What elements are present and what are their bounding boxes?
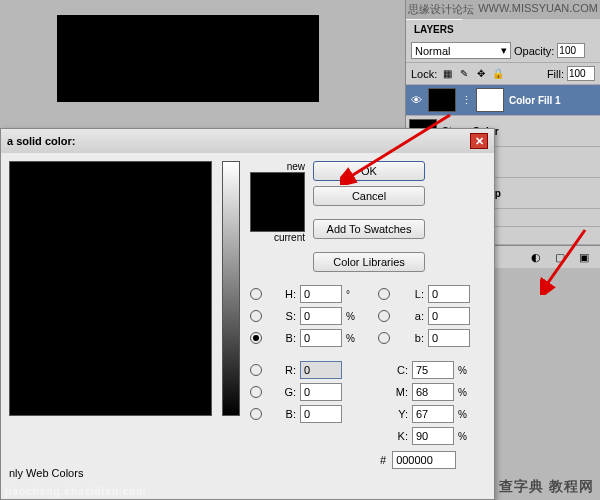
- opacity-label: Opacity:: [514, 45, 554, 57]
- color-swatch: [250, 172, 305, 232]
- lock-paint-icon[interactable]: ✎: [457, 67, 471, 81]
- r-radio[interactable]: [250, 364, 262, 376]
- y-label: Y:: [378, 408, 408, 420]
- b3-label: b:: [394, 332, 424, 344]
- color-libraries-button[interactable]: Color Libraries: [313, 252, 425, 272]
- panel-tabs: LAYERS: [406, 19, 600, 39]
- header-url: WWW.MISSYUAN.COM: [478, 2, 598, 17]
- k-label: K:: [378, 430, 408, 442]
- hex-label: #: [380, 454, 386, 466]
- dialog-title: a solid color:: [7, 135, 75, 147]
- color-picker-dialog: a solid color: ✕ new current OK Cancel: [0, 128, 495, 500]
- h-label: H:: [266, 288, 296, 300]
- l-radio[interactable]: [378, 288, 390, 300]
- s-radio[interactable]: [250, 310, 262, 322]
- lock-icons: ▦ ✎ ✥ 🔒: [440, 67, 505, 81]
- lock-move-icon[interactable]: ✥: [474, 67, 488, 81]
- header-brand: 思缘设计论坛: [408, 2, 474, 17]
- m-label: M:: [378, 386, 408, 398]
- layer-item[interactable]: 👁 ⋮ Color Fill 1: [406, 85, 600, 116]
- b2-radio[interactable]: [250, 408, 262, 420]
- c-label: C:: [378, 364, 408, 376]
- opacity-input[interactable]: [557, 43, 585, 58]
- blend-mode-select[interactable]: Normal ▾: [411, 42, 511, 59]
- web-colors-checkbox-label[interactable]: nly Web Colors: [9, 467, 83, 479]
- new-label: new: [250, 161, 305, 172]
- new-color[interactable]: [251, 173, 304, 202]
- panel-header: 思缘设计论坛 WWW.MISSYUAN.COM: [406, 0, 600, 19]
- mask-thumb[interactable]: [476, 88, 504, 112]
- folder-icon[interactable]: ▣: [576, 250, 592, 264]
- hex-input[interactable]: [392, 451, 456, 469]
- b3-radio[interactable]: [378, 332, 390, 344]
- h-input[interactable]: [300, 285, 342, 303]
- m-input[interactable]: [412, 383, 454, 401]
- g-input[interactable]: [300, 383, 342, 401]
- a-radio[interactable]: [378, 310, 390, 322]
- fill-input[interactable]: [567, 66, 595, 81]
- color-field[interactable]: [9, 161, 212, 416]
- l-input[interactable]: [428, 285, 470, 303]
- document-canvas[interactable]: [57, 15, 319, 102]
- dialog-titlebar[interactable]: a solid color: ✕: [1, 129, 494, 153]
- blend-opacity-row: Normal ▾ Opacity:: [406, 39, 600, 63]
- s-input[interactable]: [300, 307, 342, 325]
- l-label: L:: [394, 288, 424, 300]
- tab-layers[interactable]: LAYERS: [406, 19, 462, 39]
- b3-input[interactable]: [428, 329, 470, 347]
- b2-input[interactable]: [300, 405, 342, 423]
- eye-icon[interactable]: 👁: [409, 93, 423, 107]
- h-radio[interactable]: [250, 288, 262, 300]
- b-radio[interactable]: [250, 332, 262, 344]
- r-label: R:: [266, 364, 296, 376]
- a-input[interactable]: [428, 307, 470, 325]
- current-label: current: [250, 232, 305, 243]
- b-label: B:: [266, 332, 296, 344]
- b-input[interactable]: [300, 329, 342, 347]
- fx-icon[interactable]: ◐: [528, 250, 544, 264]
- layer-thumb[interactable]: [428, 88, 456, 112]
- fill-label: Fill:: [547, 68, 564, 80]
- g-radio[interactable]: [250, 386, 262, 398]
- r-input[interactable]: [300, 361, 342, 379]
- watermark-url: jiaocheng.chazidian.com: [5, 486, 146, 497]
- watermark: 查字典 教程网: [499, 478, 594, 496]
- mask-icon[interactable]: ▢: [552, 250, 568, 264]
- hue-slider[interactable]: [222, 161, 240, 416]
- y-input[interactable]: [412, 405, 454, 423]
- lock-transparent-icon[interactable]: ▦: [440, 67, 454, 81]
- blend-mode-value: Normal: [415, 45, 450, 57]
- a-label: a:: [394, 310, 424, 322]
- cancel-button[interactable]: Cancel: [313, 186, 425, 206]
- close-icon[interactable]: ✕: [470, 133, 488, 149]
- lock-label: Lock:: [411, 68, 437, 80]
- lock-fill-row: Lock: ▦ ✎ ✥ 🔒 Fill:: [406, 63, 600, 85]
- add-swatches-button[interactable]: Add To Swatches: [313, 219, 425, 239]
- c-input[interactable]: [412, 361, 454, 379]
- b2-label: B:: [266, 408, 296, 420]
- current-color[interactable]: [251, 202, 304, 231]
- s-label: S:: [266, 310, 296, 322]
- layer-name: Color Fill 1: [509, 95, 561, 106]
- link-icon[interactable]: ⋮: [461, 94, 471, 107]
- ok-button[interactable]: OK: [313, 161, 425, 181]
- g-label: G:: [266, 386, 296, 398]
- lock-all-icon[interactable]: 🔒: [491, 67, 505, 81]
- chevron-down-icon: ▾: [501, 44, 507, 57]
- k-input[interactable]: [412, 427, 454, 445]
